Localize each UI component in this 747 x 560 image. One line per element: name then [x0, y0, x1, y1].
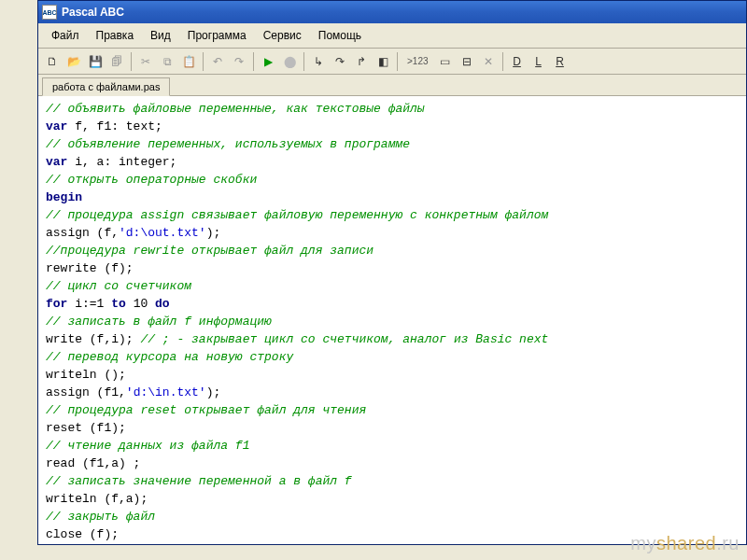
code-text: );: [206, 226, 221, 240]
menu-bar: Файл Правка Вид Программа Сервис Помощь: [38, 23, 746, 49]
code-text: reset (f1);: [46, 421, 126, 435]
code-editor[interactable]: // объявить файловые переменные, как тек…: [38, 96, 746, 544]
toolbar: 🗋 📂 💾 🗐 ✂ ⧉ 📋 ↶ ↷ ▶ ⬤ ↳ ↷ ↱ ◧ >123 ▭ ⊟ ✕…: [38, 49, 746, 75]
window-icon[interactable]: ▭: [435, 51, 456, 72]
code-string: 'd:\out.txt': [119, 226, 206, 240]
code-comment: // записать значение переменной a в файл…: [46, 474, 352, 488]
redo-icon[interactable]: ↷: [229, 51, 249, 72]
menu-program[interactable]: Программа: [180, 27, 254, 44]
compile-button[interactable]: >123: [402, 51, 434, 72]
close-icon[interactable]: ✕: [478, 51, 499, 72]
code-comment: // открыть операторные скобки: [46, 173, 257, 187]
code-comment: // объявить файловые переменные, как тек…: [46, 102, 425, 116]
code-text: rewrite (f);: [46, 261, 134, 275]
code-keyword: do: [155, 297, 170, 311]
save-all-icon[interactable]: 🗐: [106, 51, 127, 72]
code-text: writeln (f,a);: [46, 492, 148, 506]
code-text: write (f,i);: [46, 332, 140, 346]
tool-d-icon[interactable]: D: [507, 51, 528, 72]
tool-r-icon[interactable]: R: [550, 51, 571, 72]
code-text: 10: [126, 297, 155, 311]
code-comment: // процедура assign связывает файловую п…: [46, 208, 548, 222]
title-bar: ABC Pascal ABC: [38, 1, 746, 23]
separator: [397, 52, 398, 71]
menu-file[interactable]: Файл: [44, 27, 87, 44]
code-comment: // процедура reset открывает файл для чт…: [46, 403, 366, 417]
run-icon[interactable]: ▶: [258, 51, 278, 72]
code-comment: // закрыть файл: [46, 510, 155, 524]
code-comment: // объявление переменных, используемых в…: [46, 137, 410, 151]
code-text: assign (f1,: [46, 385, 126, 399]
code-comment: // перевод курсора на новую строку: [46, 350, 293, 364]
undo-icon[interactable]: ↶: [207, 51, 228, 72]
code-keyword: var: [46, 119, 67, 133]
cut-icon[interactable]: ✂: [135, 51, 156, 72]
tab-bar: работа с файлами.pas: [38, 75, 746, 96]
code-keyword: begin: [46, 190, 82, 204]
code-text: i:=1: [67, 297, 111, 311]
code-text: writeln ();: [46, 368, 126, 382]
menu-service[interactable]: Сервис: [256, 27, 309, 44]
code-comment: // ; - закрывает цикл со счетчиком, анал…: [140, 332, 548, 346]
code-text: i, a: integer;: [67, 155, 176, 169]
split-window-icon[interactable]: ⊟: [457, 51, 477, 72]
separator: [203, 52, 204, 71]
copy-icon[interactable]: ⧉: [157, 51, 177, 72]
step-over-icon[interactable]: ↷: [330, 51, 350, 72]
file-tab[interactable]: работа с файлами.pas: [42, 77, 170, 96]
menu-view[interactable]: Вид: [143, 27, 178, 44]
stop-icon[interactable]: ⬤: [279, 51, 300, 72]
code-text: read (f1,a) ;: [46, 456, 140, 470]
code-keyword: to: [111, 297, 126, 311]
app-window: ABC Pascal ABC Файл Правка Вид Программа…: [37, 0, 747, 545]
tool-l-icon[interactable]: L: [529, 51, 549, 72]
open-file-icon[interactable]: 📂: [63, 51, 84, 72]
code-keyword: for: [46, 297, 67, 311]
code-keyword: var: [46, 155, 67, 169]
code-string: 'd:\in.txt': [126, 385, 206, 399]
paste-icon[interactable]: 📋: [178, 51, 199, 72]
app-icon: ABC: [42, 5, 57, 20]
code-comment: // чтение данных из файла f1: [46, 439, 249, 453]
code-text: close (f);: [46, 527, 119, 541]
code-text: assign (f,: [46, 226, 119, 240]
code-comment: // цикл со счетчиком: [46, 279, 191, 293]
step-into-icon[interactable]: ↳: [308, 51, 329, 72]
window-title: Pascal ABC: [62, 6, 124, 19]
separator: [303, 52, 304, 71]
menu-help[interactable]: Помощь: [311, 27, 369, 44]
separator: [253, 52, 254, 71]
separator: [502, 52, 503, 71]
menu-edit[interactable]: Правка: [89, 27, 142, 44]
save-icon[interactable]: 💾: [85, 51, 106, 72]
code-text: f, f1: text;: [67, 119, 162, 133]
step-out-icon[interactable]: ↱: [351, 51, 372, 72]
code-comment: // записать в файл f информацию: [46, 315, 272, 329]
code-comment: //процедура rewrite открывает файл для з…: [46, 244, 374, 258]
code-text: );: [206, 385, 221, 399]
breakpoint-icon[interactable]: ◧: [373, 51, 393, 72]
new-file-icon[interactable]: 🗋: [42, 51, 63, 72]
separator: [131, 52, 132, 71]
